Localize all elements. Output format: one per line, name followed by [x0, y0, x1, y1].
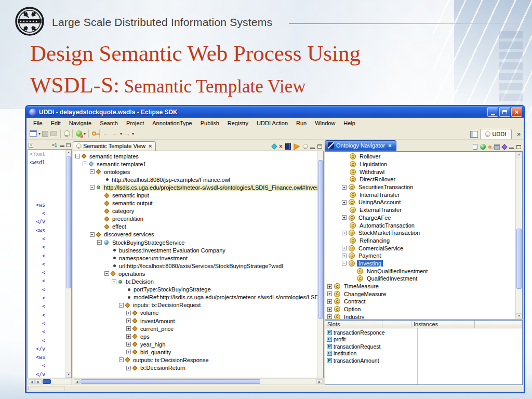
collapse-expander-icon[interactable]: − — [119, 357, 124, 362]
semantic-view-vscroll-thumb[interactable] — [318, 160, 323, 318]
tree-row[interactable]: −semantic templates — [73, 152, 317, 160]
expand-expander-icon[interactable]: + — [342, 185, 347, 190]
tree-row[interactable]: +CTimeMeasure — [325, 283, 515, 290]
new-wizard-icon[interactable] — [30, 130, 37, 137]
tree-row[interactable]: +volume — [73, 309, 317, 317]
tree-row[interactable]: effect — [73, 223, 317, 231]
save-icon[interactable] — [42, 131, 48, 137]
expand-expander-icon[interactable]: + — [327, 299, 332, 304]
semantic-view-hscroll-thumb[interactable] — [81, 379, 260, 384]
slot-row[interactable]: PtransactionResponce — [325, 329, 417, 336]
menu-uddi-action[interactable]: UDDI Action — [252, 119, 292, 127]
editor-close-icon[interactable]: × — [29, 143, 33, 148]
xml-editor-vscrollbar[interactable]: ▲ ▼ — [65, 150, 71, 378]
save-ontology-icon[interactable] — [494, 144, 500, 150]
expand-expander-icon[interactable]: + — [327, 291, 332, 296]
tree-row[interactable]: CNonQualifiedInvestment — [325, 267, 515, 275]
scroll-left-icon[interactable]: ◀ — [29, 379, 35, 384]
scroll-left-icon[interactable]: ◀ — [74, 379, 80, 384]
tree-row[interactable]: +tx:DecisionReturn — [73, 364, 317, 372]
view-maximize-icon[interactable] — [516, 145, 521, 149]
editor-minimize-icon[interactable] — [60, 145, 64, 147]
tree-row[interactable]: CDirectRollover — [325, 176, 515, 183]
blank-column-header[interactable] — [475, 321, 522, 328]
tree-row[interactable]: +CSecuritiesTransaction — [325, 183, 515, 191]
expand-expander-icon[interactable]: + — [327, 284, 332, 289]
scroll-down-icon[interactable]: ▼ — [66, 372, 71, 378]
close-button[interactable]: × — [511, 107, 522, 117]
menu-annotationtype[interactable]: AnnotationType — [148, 119, 196, 127]
collapse-expander-icon[interactable]: − — [342, 261, 347, 265]
tree-row[interactable]: +eps — [73, 332, 317, 340]
slot-row[interactable]: Pinstitution — [325, 350, 417, 357]
xml-editor-hscrollbar[interactable]: ◀ ▶ — [28, 378, 72, 385]
load-ontology-icon[interactable] — [480, 144, 486, 150]
tree-row[interactable]: +bid_quantity — [73, 348, 317, 356]
tree-row[interactable]: −outputs: tx:DecisionResponse — [73, 356, 317, 364]
scroll-right-icon[interactable]: ▶ — [316, 379, 323, 384]
tree-row[interactable]: +year_high — [73, 340, 317, 348]
forward-dropdown-icon[interactable]: ▾ — [132, 131, 134, 136]
tree-row[interactable]: CExternalTransfer — [325, 206, 515, 214]
expand-expander-icon[interactable]: + — [327, 314, 332, 319]
tree-row[interactable]: CLiquidation — [325, 161, 515, 168]
ontology-vscroll-thumb[interactable] — [516, 229, 522, 289]
perspective-overflow-chevron[interactable]: » — [517, 130, 521, 138]
tree-row[interactable]: +COption — [325, 305, 515, 313]
tree-row[interactable]: CRollover — [325, 153, 515, 161]
scroll-down-icon[interactable]: ▼ — [516, 313, 522, 319]
expand-expander-icon[interactable]: + — [342, 215, 347, 220]
editor-more-tabs-badge[interactable]: »1 — [52, 142, 57, 148]
slot-row[interactable]: Pprofit — [325, 336, 417, 343]
collapse-expander-icon[interactable]: − — [83, 162, 87, 166]
tree-row[interactable]: CQualifiedInvestment — [325, 275, 515, 283]
minimize-button[interactable] — [487, 107, 498, 117]
xml-editor-body[interactable]: <?xml<wsdl <ws < </v <ws < < < < < < < <… — [28, 149, 72, 378]
open-perspective-icon[interactable] — [470, 131, 478, 138]
tree-row[interactable]: +investAmount — [73, 317, 317, 325]
tree-row[interactable]: −operations — [73, 270, 317, 277]
expand-expander-icon[interactable]: + — [126, 326, 131, 331]
menu-search[interactable]: Search — [96, 119, 122, 127]
tab-semantic-template-view[interactable]: Semantic Template View × — [73, 141, 156, 151]
menu-registry[interactable]: Registry — [223, 119, 252, 127]
annotate-view-icon[interactable] — [303, 144, 307, 149]
expand-expander-icon[interactable]: + — [126, 342, 131, 347]
key-icon[interactable] — [92, 131, 96, 136]
tree-row[interactable]: namespace:urn:investment — [73, 254, 317, 262]
view-minimize-icon[interactable] — [509, 148, 514, 149]
editor-maximize-icon[interactable] — [66, 143, 71, 147]
tree-row[interactable]: +CUsingAnAccount — [325, 198, 515, 206]
maximize-button[interactable] — [499, 107, 510, 117]
keys-icon[interactable] — [488, 145, 491, 149]
expand-expander-icon[interactable]: + — [342, 200, 347, 205]
menu-navigate[interactable]: Navigate — [65, 119, 96, 127]
new-dropdown-icon[interactable]: ▾ — [38, 131, 41, 136]
collapse-expander-icon[interactable]: − — [119, 303, 124, 308]
menu-help[interactable]: Help — [339, 119, 360, 127]
expand-expander-icon[interactable]: + — [126, 334, 131, 339]
xml-editor-vscroll-thumb[interactable] — [66, 156, 71, 288]
tree-row[interactable]: −semantic template1 — [73, 160, 317, 168]
semantic-view-hscrollbar[interactable]: ◀ ▶ — [73, 378, 324, 385]
tree-row[interactable]: −StockBuyingStrategeService — [73, 238, 317, 246]
tree-row[interactable]: −discovered services — [73, 231, 317, 238]
window-titlebar[interactable]: UDDI - delayedstockquote.wsdls - Eclipse… — [26, 106, 524, 118]
xml-editor-hscroll-thumb[interactable] — [43, 379, 51, 384]
tree-row[interactable]: +CIndustry — [325, 313, 515, 319]
tree-row[interactable]: +CPayment — [325, 252, 515, 260]
tab-close-icon[interactable]: × — [149, 143, 152, 149]
semantic-view-vscrollbar[interactable] — [317, 151, 323, 378]
menu-publish[interactable]: Publish — [196, 119, 223, 127]
tree-row[interactable]: semantic input — [73, 191, 317, 199]
tree-row[interactable]: +CChangeMeasure — [325, 290, 515, 298]
tree-row[interactable]: url:http://localhost:8080/axis/Services/… — [73, 262, 317, 270]
expand-expander-icon[interactable]: + — [126, 318, 131, 323]
tree-row[interactable]: CWithdrawl — [325, 168, 515, 176]
slot-row[interactable]: PtransactionAmount — [325, 357, 417, 364]
scroll-up-icon[interactable]: ▲ — [516, 152, 522, 157]
view-maximize-icon[interactable] — [317, 144, 322, 149]
tree-row[interactable]: −http://lsdis.cs.uga.edu/projects/meteor… — [73, 183, 317, 191]
expand-expander-icon[interactable]: + — [126, 350, 131, 354]
back-dropdown-icon[interactable]: ▾ — [120, 131, 122, 136]
